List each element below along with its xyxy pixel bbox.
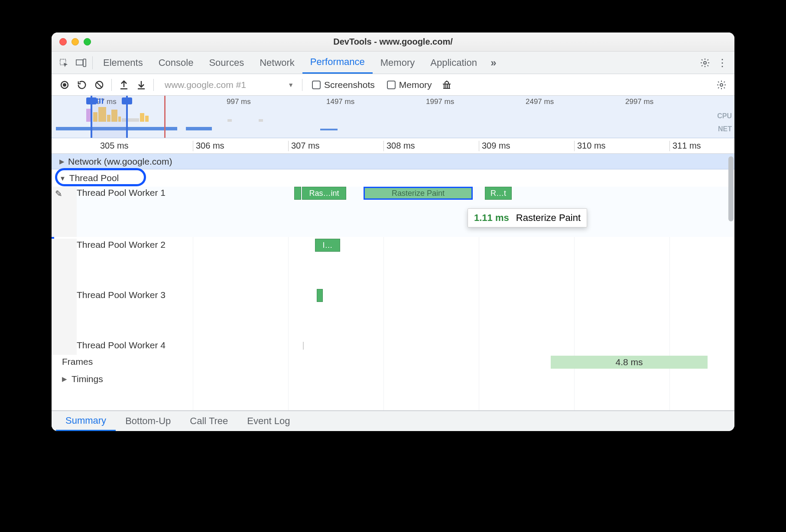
tab-event-log[interactable]: Event Log xyxy=(237,411,299,431)
divider xyxy=(92,56,93,69)
upload-icon[interactable] xyxy=(115,76,133,94)
tab-application[interactable]: Application xyxy=(422,52,485,74)
download-icon[interactable] xyxy=(133,76,150,94)
tab-network[interactable]: Network xyxy=(252,52,302,74)
flame-block[interactable]: I… xyxy=(315,239,340,252)
vertical-scrollbar[interactable] xyxy=(728,156,734,221)
threadpool-header-label: Thread Pool xyxy=(69,173,119,183)
flame-block[interactable]: Ras…int xyxy=(302,187,346,200)
more-tabs-icon[interactable]: » xyxy=(485,54,502,71)
collapse-arrow-icon: ▼ xyxy=(59,175,66,182)
flame-block[interactable] xyxy=(317,289,323,302)
device-toggle-icon[interactable] xyxy=(72,54,90,71)
panel-tabbar: Elements Console Sources Network Perform… xyxy=(52,52,734,74)
tab-call-tree[interactable]: Call Tree xyxy=(180,411,237,431)
capture-settings-gear-icon[interactable] xyxy=(713,76,730,94)
svg-point-5 xyxy=(63,83,66,87)
screenshots-label: Screenshots xyxy=(324,80,375,90)
flame-block[interactable] xyxy=(294,187,301,200)
frame-bar[interactable]: 4.8 ms xyxy=(551,356,708,369)
flame-tooltip: 1.11 ms Rasterize Paint xyxy=(468,208,587,227)
expand-arrow-icon: ▶ xyxy=(62,375,67,383)
overview-net-label: NET xyxy=(718,125,732,133)
tab-console[interactable]: Console xyxy=(151,52,201,74)
expand-arrow-icon: ▶ xyxy=(59,158,65,165)
divider xyxy=(302,79,302,91)
reload-record-button[interactable] xyxy=(73,76,91,94)
close-window-button[interactable] xyxy=(59,38,67,45)
window-title: DevTools - www.google.com/ xyxy=(52,37,734,47)
overview-marker xyxy=(164,96,166,138)
svg-rect-2 xyxy=(83,59,86,66)
record-button[interactable] xyxy=(56,76,73,94)
kebab-menu-icon[interactable]: ⋮ xyxy=(714,54,731,71)
tab-elements[interactable]: Elements xyxy=(95,52,151,74)
flame-block-selected[interactable]: Rasterize Paint xyxy=(364,187,473,200)
threadpool-section-header[interactable]: ▼ Thread Pool xyxy=(52,169,734,187)
tab-summary[interactable]: Summary xyxy=(56,411,116,431)
garbage-collect-icon[interactable] xyxy=(438,76,455,94)
perf-toolbar: www.google.com #1 ▼ Screenshots Memory xyxy=(52,74,734,96)
overview-flame xyxy=(86,107,704,122)
settings-gear-icon[interactable] xyxy=(696,54,714,71)
screenshots-checkbox[interactable]: Screenshots xyxy=(312,80,375,90)
frames-label: Frames xyxy=(62,357,93,367)
flame-block[interactable]: R…t xyxy=(485,187,512,200)
thread-lane: Thread Pool Worker 4 xyxy=(52,339,734,355)
details-tabbar: Summary Bottom-Up Call Tree Event Log xyxy=(52,410,734,431)
inspect-icon[interactable] xyxy=(55,54,72,71)
network-header-label: Network (ww.google.com) xyxy=(68,156,172,167)
checkbox-box xyxy=(387,81,396,89)
tab-bottom-up[interactable]: Bottom-Up xyxy=(116,411,180,431)
tab-sources[interactable]: Sources xyxy=(201,52,252,74)
overview-cpu-label: CPU xyxy=(717,112,732,120)
timings-label: Timings xyxy=(71,374,103,384)
svg-point-7 xyxy=(720,84,723,86)
overview-net-bars xyxy=(52,127,734,132)
profile-select-label: www.google.com #1 xyxy=(165,80,246,90)
timeline-ruler[interactable]: 305 ms 306 ms 307 ms 308 ms 309 ms 310 m… xyxy=(52,138,734,154)
minimize-window-button[interactable] xyxy=(71,38,79,45)
chevron-down-icon: ▼ xyxy=(288,81,294,88)
divider xyxy=(111,79,112,91)
memory-label: Memory xyxy=(399,80,432,90)
svg-point-3 xyxy=(704,62,706,64)
memory-checkbox[interactable]: Memory xyxy=(387,80,432,90)
flame-tick xyxy=(303,342,304,350)
overview-strip[interactable]: 497 ms 997 ms 1497 ms 1997 ms 2497 ms 29… xyxy=(52,96,734,138)
tab-performance[interactable]: Performance xyxy=(302,52,373,74)
titlebar: DevTools - www.google.com/ xyxy=(52,32,734,52)
network-section-header[interactable]: ▶ Network (ww.google.com) xyxy=(52,154,734,169)
divider xyxy=(153,79,154,91)
clear-button[interactable] xyxy=(91,76,108,94)
checkbox-box xyxy=(312,81,321,89)
frames-row[interactable]: Frames 4.8 ms xyxy=(52,355,734,370)
svg-rect-1 xyxy=(76,60,83,65)
thread-lane: Thread Pool Worker 2 I… xyxy=(52,239,734,289)
zoom-window-button[interactable] xyxy=(84,38,91,45)
profile-select[interactable]: www.google.com #1 ▼ xyxy=(160,79,299,91)
tooltip-name: Rasterize Paint xyxy=(516,212,581,223)
overview-selection-handles[interactable] xyxy=(91,96,128,138)
thread-lane: Thread Pool Worker 3 xyxy=(52,289,734,339)
tab-memory[interactable]: Memory xyxy=(373,52,422,74)
tooltip-duration: 1.11 ms xyxy=(474,212,509,223)
devtools-window: DevTools - www.google.com/ Elements Cons… xyxy=(52,32,734,431)
traffic-lights xyxy=(59,38,91,45)
thread-lane: ✎ Thread Pool Worker 1 Ras…int Rasterize… xyxy=(52,187,734,237)
flame-chart[interactable]: ▶ Network (ww.google.com) ▼ Thread Pool … xyxy=(52,154,734,410)
timings-row[interactable]: ▶ Timings xyxy=(52,370,734,388)
